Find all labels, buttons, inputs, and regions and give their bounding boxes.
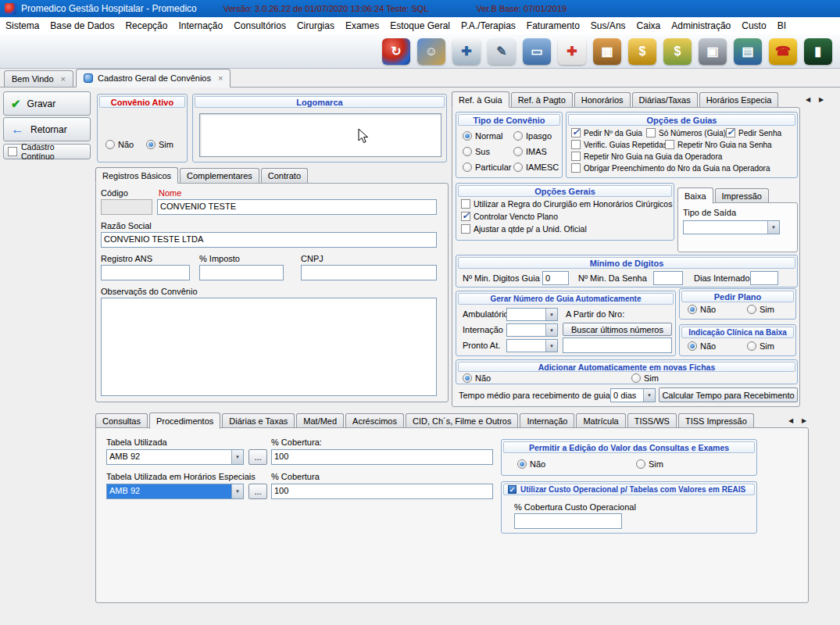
checkbox-pedir-numero-guia[interactable]: Pedir Nº da Guia <box>571 128 642 138</box>
tabela-browse-button[interactable]: ... <box>248 449 267 465</box>
cobertura-especiais-input[interactable]: 100 <box>271 484 493 499</box>
tab-complementares[interactable]: Complementares <box>180 168 259 183</box>
radio-indicacao-sim[interactable]: Sim <box>747 341 774 351</box>
menu-sistema[interactable]: Sistema <box>0 18 45 34</box>
chevron-down-icon[interactable] <box>231 450 243 464</box>
buscar-ultimos-numeros-button[interactable]: Buscar últimos números <box>563 323 672 336</box>
tab-bem-vindo[interactable]: Bem Vindo × <box>4 70 73 87</box>
min-senha-input[interactable] <box>653 271 683 285</box>
cost-icon[interactable]: ▤ <box>734 38 762 65</box>
checkbox-ajustar-qtde[interactable]: Ajustar a qtde p/ a Unid. Oficial <box>461 224 587 234</box>
cobertura-input[interactable]: 100 <box>271 449 493 465</box>
doctor-icon[interactable]: ✚ <box>452 38 481 65</box>
radio-indicacao-nao[interactable]: Não <box>688 341 716 351</box>
checkbox-obrigar-preenchimento-nro-guia[interactable]: Obrigar Preenchimento do Nro da Guia na … <box>571 163 770 173</box>
ambulance-icon[interactable]: ✚ <box>558 38 586 65</box>
internacao-combo[interactable] <box>506 323 558 337</box>
gravar-button[interactable]: ✔ Gravar <box>3 91 91 116</box>
chevron-down-icon[interactable] <box>231 484 243 498</box>
tabela-utilizada-combo[interactable]: AMB 92 <box>106 449 244 465</box>
radio-tipo-particular[interactable]: Particular <box>463 162 511 172</box>
radio-adicionar-sim[interactable]: Sim <box>631 373 659 383</box>
radio-pedir-plano-sim[interactable]: Sim <box>747 305 774 314</box>
menu-cirurgias[interactable]: Cirurgias <box>291 18 340 34</box>
custo-operacional-checkbox[interactable]: ✓ <box>508 485 517 494</box>
tipo-saida-combo[interactable] <box>683 220 780 234</box>
tab-impressao[interactable]: Impressão <box>715 188 769 203</box>
calcular-tempo-button[interactable]: Calcular Tempo para Recebimento <box>659 388 798 402</box>
cnpj-input[interactable] <box>301 265 437 280</box>
tab-procedimentos[interactable]: Procedimentos <box>149 412 220 429</box>
tab-cid-chs-filme-outros[interactable]: CID, Ch´s, Filme e Outros <box>406 413 519 428</box>
radio-adicionar-nao[interactable]: Não <box>463 373 491 383</box>
tabela-especiais-browse-button[interactable]: ... <box>248 484 267 499</box>
menu-custo[interactable]: Custo <box>736 18 771 34</box>
menu-administracao[interactable]: Administração <box>666 18 736 34</box>
tab-tiss-impressao[interactable]: TISS Impressão <box>678 413 754 428</box>
tab-tiss-ws[interactable]: TISS/WS <box>627 413 677 428</box>
sync-icon[interactable]: ↻ <box>382 38 410 65</box>
tab-contrato[interactable]: Contrato <box>261 168 308 183</box>
menu-sus-ans[interactable]: Sus/Ans <box>585 18 631 34</box>
chevron-down-icon[interactable] <box>545 340 557 352</box>
radio-permitir-nao[interactable]: Não <box>517 459 545 469</box>
chevron-down-icon[interactable] <box>545 324 557 336</box>
tab-scroll-left-button[interactable]: ◀ <box>802 94 814 105</box>
tab-horarios-especiais[interactable]: Horários Especia <box>699 92 779 107</box>
radio-tipo-normal[interactable]: Normal <box>463 131 502 141</box>
tab-consultas[interactable]: Consultas <box>95 413 148 428</box>
exams-icon[interactable]: ✎ <box>488 38 516 65</box>
tab-scroll-right-button[interactable]: ▶ <box>798 415 810 427</box>
menu-recepcao[interactable]: Recepção <box>120 18 173 34</box>
cadastro-continuo-checkbox[interactable]: Cadastro Contínuo <box>3 144 91 159</box>
checkbox-pedir-senha[interactable]: Pedir Senha <box>726 128 781 138</box>
tab-honorarios[interactable]: Honorários <box>574 92 631 107</box>
checkbox-verific-guias-repetidas[interactable]: Verific. Guias Repetidas <box>571 140 667 149</box>
chevron-down-icon[interactable] <box>767 221 779 234</box>
logomarca-image-area[interactable] <box>199 113 441 157</box>
a-partir-do-nro-input[interactable] <box>563 338 672 353</box>
tab-scroll-left-button[interactable]: ◀ <box>785 415 797 427</box>
menu-estoque-geral[interactable]: Estoque Geral <box>384 18 456 34</box>
tab-ref-a-pagto[interactable]: Ref. à Pagto <box>511 92 573 107</box>
phone-icon[interactable]: ☎ <box>769 38 797 65</box>
radio-tipo-imas[interactable]: IMAS <box>513 147 547 156</box>
checkbox-regra-cirurgiao[interactable]: Utilizar a Regra do Cirurgião em Honorár… <box>461 199 672 209</box>
tab-mat-med[interactable]: Mat/Med <box>296 413 344 428</box>
book-icon[interactable]: ▮ <box>804 38 832 65</box>
close-icon[interactable]: × <box>218 73 223 83</box>
tab-diarias-e-taxas[interactable]: Diárias e Taxas <box>222 413 295 428</box>
reception-icon[interactable]: ☺ <box>417 38 445 65</box>
razao-social-input[interactable]: CONVENIO TESTE LTDA <box>101 232 437 248</box>
bed-icon[interactable]: ▭ <box>523 38 551 65</box>
radio-tipo-sus[interactable]: Sus <box>463 147 490 156</box>
radio-pedir-plano-nao[interactable]: Não <box>688 305 716 314</box>
checkbox-so-numeros-guia[interactable]: Só Números (Guia) <box>646 128 726 138</box>
menu-caixa[interactable]: Caixa <box>631 18 667 34</box>
retornar-button[interactable]: ← Retornar <box>3 117 91 141</box>
checkbox-controlar-vencto-plano[interactable]: Controlar Vencto Plano <box>461 212 558 221</box>
menu-base-de-dados[interactable]: Base de Dados <box>45 18 120 34</box>
registro-ans-input[interactable] <box>101 265 190 280</box>
radio-tipo-iamesc[interactable]: IAMESC <box>513 162 559 172</box>
radio-permitir-sim[interactable]: Sim <box>636 459 663 469</box>
money-icon[interactable]: $ <box>663 38 692 65</box>
checkbox-repetir-nro-guia-senha[interactable]: Repetir Nro Guia na Senha <box>665 140 772 149</box>
radio-ativo-nao[interactable]: Não <box>105 140 134 149</box>
tabela-horarios-especiais-combo[interactable]: AMB 92 <box>106 484 244 499</box>
min-digitos-guia-input[interactable]: 0 <box>542 271 569 285</box>
menu-bi[interactable]: BI <box>772 18 792 34</box>
tab-diarias-taxas[interactable]: Diárias/Taxas <box>632 92 698 107</box>
stock-icon[interactable]: ▦ <box>593 38 621 65</box>
tab-baixa[interactable]: Baixa <box>677 188 713 204</box>
radio-ativo-sim[interactable]: Sim <box>146 140 173 149</box>
chevron-down-icon[interactable] <box>545 309 557 320</box>
cobertura-custo-input[interactable] <box>514 513 622 529</box>
safe-icon[interactable]: ▣ <box>699 38 727 65</box>
chevron-down-icon[interactable] <box>643 389 655 402</box>
menu-consultorios[interactable]: Consultórios <box>228 18 291 34</box>
nome-input[interactable]: CONVENIO TESTE <box>157 199 437 215</box>
dias-internado-input[interactable] <box>750 271 778 285</box>
close-icon[interactable]: × <box>61 74 66 84</box>
ambulatorio-combo[interactable] <box>506 308 558 321</box>
